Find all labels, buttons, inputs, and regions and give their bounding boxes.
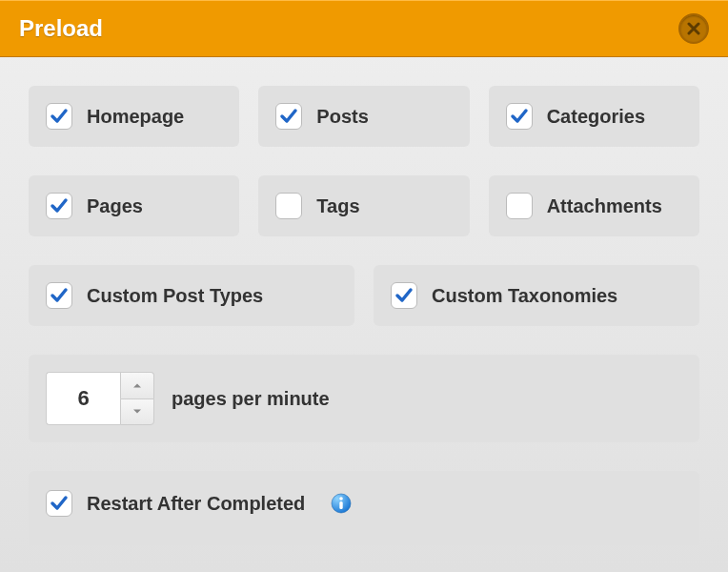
label-pages: Pages — [87, 195, 143, 217]
svg-rect-2 — [340, 501, 343, 509]
checkbox-attachments[interactable] — [506, 193, 533, 219]
option-tags: Tags — [258, 175, 469, 236]
option-row-2: Pages Tags Attachments — [29, 175, 699, 236]
spinner-buttons — [120, 372, 154, 425]
label-restart: Restart After Completed — [87, 493, 305, 515]
option-homepage: Homepage — [29, 86, 239, 147]
panel-content: Homepage Posts Categories Pages Tags — [0, 57, 728, 545]
checkbox-posts[interactable] — [275, 103, 302, 130]
info-button[interactable] — [331, 493, 352, 514]
label-custom-taxonomies: Custom Taxonomies — [432, 285, 617, 307]
option-attachments: Attachments — [489, 175, 699, 236]
checkbox-pages[interactable] — [46, 193, 72, 219]
chevron-up-icon — [132, 382, 142, 389]
check-icon — [279, 107, 298, 126]
option-row-3: Custom Post Types Custom Taxonomies — [29, 265, 699, 326]
option-custom-taxonomies: Custom Taxonomies — [374, 265, 699, 326]
close-button[interactable] — [678, 13, 709, 44]
option-custom-post-types: Custom Post Types — [29, 265, 354, 326]
pages-per-minute-input[interactable] — [46, 372, 120, 425]
checkbox-tags[interactable] — [275, 193, 302, 219]
check-icon — [50, 107, 69, 126]
option-categories: Categories — [489, 86, 699, 147]
label-attachments: Attachments — [547, 195, 662, 217]
check-icon — [50, 494, 69, 513]
checkbox-categories[interactable] — [506, 103, 533, 130]
svg-point-1 — [339, 497, 343, 500]
check-icon — [510, 107, 529, 126]
checkbox-homepage[interactable] — [46, 103, 72, 130]
panel-title: Preload — [19, 15, 103, 42]
rate-label: pages per minute — [172, 388, 330, 410]
chevron-down-icon — [132, 408, 142, 415]
check-icon — [50, 286, 69, 305]
checkbox-restart[interactable] — [46, 490, 72, 517]
pages-per-minute-spinner — [46, 372, 154, 425]
info-icon — [331, 493, 352, 514]
label-custom-post-types: Custom Post Types — [87, 285, 263, 307]
label-categories: Categories — [547, 106, 645, 128]
close-icon — [687, 22, 700, 35]
label-homepage: Homepage — [87, 106, 184, 128]
spinner-down-button[interactable] — [120, 398, 154, 426]
label-tags: Tags — [316, 195, 359, 217]
restart-section: Restart After Completed — [29, 471, 699, 545]
panel-header: Preload — [0, 0, 728, 57]
spinner-up-button[interactable] — [120, 372, 154, 398]
check-icon — [50, 196, 69, 215]
label-posts: Posts — [316, 106, 368, 128]
option-row-1: Homepage Posts Categories — [29, 86, 699, 147]
checkbox-custom-post-types[interactable] — [46, 282, 72, 309]
option-posts: Posts — [258, 86, 469, 147]
checkbox-custom-taxonomies[interactable] — [391, 282, 417, 309]
option-pages: Pages — [29, 175, 239, 236]
check-icon — [394, 286, 414, 305]
rate-section: pages per minute — [29, 355, 699, 442]
